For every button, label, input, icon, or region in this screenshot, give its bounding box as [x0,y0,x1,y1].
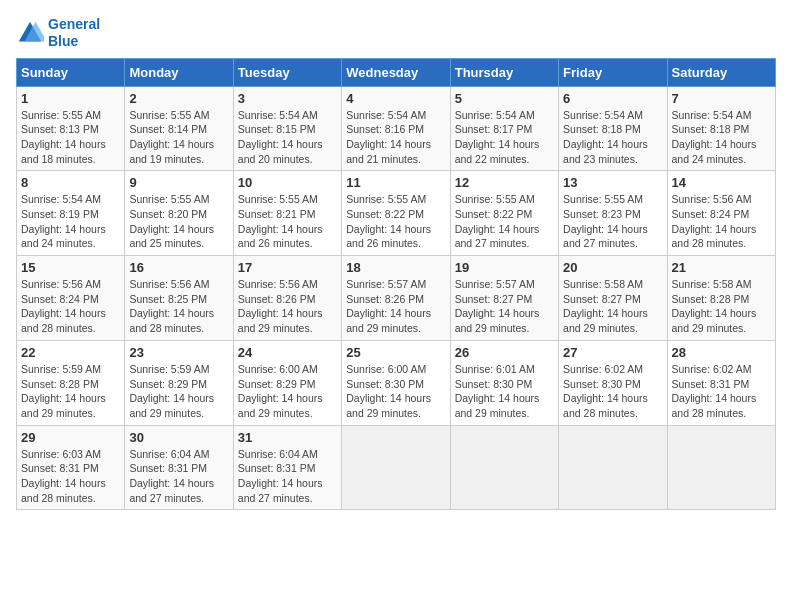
calendar-cell: 9 Sunrise: 5:55 AMSunset: 8:20 PMDayligh… [125,171,233,256]
day-number: 19 [455,260,554,275]
day-info: Sunrise: 6:00 AMSunset: 8:29 PMDaylight:… [238,362,337,421]
day-number: 9 [129,175,228,190]
day-info: Sunrise: 5:56 AMSunset: 8:25 PMDaylight:… [129,277,228,336]
day-number: 11 [346,175,445,190]
day-number: 12 [455,175,554,190]
day-number: 10 [238,175,337,190]
calendar-cell: 6 Sunrise: 5:54 AMSunset: 8:18 PMDayligh… [559,86,667,171]
day-info: Sunrise: 5:56 AMSunset: 8:26 PMDaylight:… [238,277,337,336]
day-number: 31 [238,430,337,445]
day-number: 23 [129,345,228,360]
calendar-cell: 4 Sunrise: 5:54 AMSunset: 8:16 PMDayligh… [342,86,450,171]
calendar-cell: 12 Sunrise: 5:55 AMSunset: 8:22 PMDaylig… [450,171,558,256]
calendar-cell: 24 Sunrise: 6:00 AMSunset: 8:29 PMDaylig… [233,340,341,425]
day-info: Sunrise: 5:58 AMSunset: 8:27 PMDaylight:… [563,277,662,336]
calendar-cell: 28 Sunrise: 6:02 AMSunset: 8:31 PMDaylig… [667,340,775,425]
day-number: 3 [238,91,337,106]
day-info: Sunrise: 5:56 AMSunset: 8:24 PMDaylight:… [672,192,771,251]
day-number: 21 [672,260,771,275]
day-header-sunday: Sunday [17,58,125,86]
calendar-cell: 15 Sunrise: 5:56 AMSunset: 8:24 PMDaylig… [17,256,125,341]
calendar-cell: 23 Sunrise: 5:59 AMSunset: 8:29 PMDaylig… [125,340,233,425]
day-number: 16 [129,260,228,275]
day-info: Sunrise: 6:04 AMSunset: 8:31 PMDaylight:… [238,447,337,506]
day-info: Sunrise: 5:59 AMSunset: 8:28 PMDaylight:… [21,362,120,421]
day-info: Sunrise: 5:55 AMSunset: 8:22 PMDaylight:… [346,192,445,251]
calendar-cell: 20 Sunrise: 5:58 AMSunset: 8:27 PMDaylig… [559,256,667,341]
calendar-week-5: 29 Sunrise: 6:03 AMSunset: 8:31 PMDaylig… [17,425,776,510]
calendar-cell: 30 Sunrise: 6:04 AMSunset: 8:31 PMDaylig… [125,425,233,510]
calendar-cell: 13 Sunrise: 5:55 AMSunset: 8:23 PMDaylig… [559,171,667,256]
day-header-saturday: Saturday [667,58,775,86]
calendar-cell: 18 Sunrise: 5:57 AMSunset: 8:26 PMDaylig… [342,256,450,341]
day-header-friday: Friday [559,58,667,86]
day-number: 24 [238,345,337,360]
day-number: 4 [346,91,445,106]
day-number: 2 [129,91,228,106]
calendar-cell: 11 Sunrise: 5:55 AMSunset: 8:22 PMDaylig… [342,171,450,256]
calendar-cell: 19 Sunrise: 5:57 AMSunset: 8:27 PMDaylig… [450,256,558,341]
calendar-cell: 14 Sunrise: 5:56 AMSunset: 8:24 PMDaylig… [667,171,775,256]
calendar-cell [450,425,558,510]
day-number: 8 [21,175,120,190]
calendar-table: SundayMondayTuesdayWednesdayThursdayFrid… [16,58,776,511]
day-number: 22 [21,345,120,360]
day-header-thursday: Thursday [450,58,558,86]
calendar-cell [667,425,775,510]
calendar-cell: 16 Sunrise: 5:56 AMSunset: 8:25 PMDaylig… [125,256,233,341]
day-number: 7 [672,91,771,106]
day-number: 29 [21,430,120,445]
day-header-tuesday: Tuesday [233,58,341,86]
day-info: Sunrise: 5:55 AMSunset: 8:14 PMDaylight:… [129,108,228,167]
calendar-cell: 7 Sunrise: 5:54 AMSunset: 8:18 PMDayligh… [667,86,775,171]
calendar-week-4: 22 Sunrise: 5:59 AMSunset: 8:28 PMDaylig… [17,340,776,425]
day-info: Sunrise: 5:54 AMSunset: 8:16 PMDaylight:… [346,108,445,167]
day-number: 27 [563,345,662,360]
day-number: 17 [238,260,337,275]
day-info: Sunrise: 5:55 AMSunset: 8:20 PMDaylight:… [129,192,228,251]
day-info: Sunrise: 6:00 AMSunset: 8:30 PMDaylight:… [346,362,445,421]
day-info: Sunrise: 5:56 AMSunset: 8:24 PMDaylight:… [21,277,120,336]
day-header-wednesday: Wednesday [342,58,450,86]
day-info: Sunrise: 6:02 AMSunset: 8:31 PMDaylight:… [672,362,771,421]
calendar-cell: 2 Sunrise: 5:55 AMSunset: 8:14 PMDayligh… [125,86,233,171]
calendar-cell: 8 Sunrise: 5:54 AMSunset: 8:19 PMDayligh… [17,171,125,256]
day-number: 15 [21,260,120,275]
calendar-cell: 22 Sunrise: 5:59 AMSunset: 8:28 PMDaylig… [17,340,125,425]
calendar-cell: 27 Sunrise: 6:02 AMSunset: 8:30 PMDaylig… [559,340,667,425]
calendar-cell: 21 Sunrise: 5:58 AMSunset: 8:28 PMDaylig… [667,256,775,341]
calendar-cell [342,425,450,510]
calendar-cell: 1 Sunrise: 5:55 AMSunset: 8:13 PMDayligh… [17,86,125,171]
day-info: Sunrise: 6:01 AMSunset: 8:30 PMDaylight:… [455,362,554,421]
calendar-cell [559,425,667,510]
day-number: 14 [672,175,771,190]
day-info: Sunrise: 5:57 AMSunset: 8:26 PMDaylight:… [346,277,445,336]
logo-text: General Blue [48,16,100,50]
calendar-week-2: 8 Sunrise: 5:54 AMSunset: 8:19 PMDayligh… [17,171,776,256]
calendar-cell: 5 Sunrise: 5:54 AMSunset: 8:17 PMDayligh… [450,86,558,171]
calendar-cell: 31 Sunrise: 6:04 AMSunset: 8:31 PMDaylig… [233,425,341,510]
calendar-cell: 10 Sunrise: 5:55 AMSunset: 8:21 PMDaylig… [233,171,341,256]
day-info: Sunrise: 5:55 AMSunset: 8:23 PMDaylight:… [563,192,662,251]
day-info: Sunrise: 6:02 AMSunset: 8:30 PMDaylight:… [563,362,662,421]
day-info: Sunrise: 5:55 AMSunset: 8:13 PMDaylight:… [21,108,120,167]
calendar-cell: 29 Sunrise: 6:03 AMSunset: 8:31 PMDaylig… [17,425,125,510]
day-header-monday: Monday [125,58,233,86]
calendar-cell: 26 Sunrise: 6:01 AMSunset: 8:30 PMDaylig… [450,340,558,425]
day-info: Sunrise: 5:55 AMSunset: 8:21 PMDaylight:… [238,192,337,251]
day-info: Sunrise: 6:03 AMSunset: 8:31 PMDaylight:… [21,447,120,506]
calendar-week-3: 15 Sunrise: 5:56 AMSunset: 8:24 PMDaylig… [17,256,776,341]
day-info: Sunrise: 5:59 AMSunset: 8:29 PMDaylight:… [129,362,228,421]
day-info: Sunrise: 5:54 AMSunset: 8:18 PMDaylight:… [563,108,662,167]
day-number: 13 [563,175,662,190]
day-info: Sunrise: 5:58 AMSunset: 8:28 PMDaylight:… [672,277,771,336]
logo: General Blue [16,16,100,50]
calendar-cell: 17 Sunrise: 5:56 AMSunset: 8:26 PMDaylig… [233,256,341,341]
day-number: 28 [672,345,771,360]
day-number: 6 [563,91,662,106]
day-info: Sunrise: 5:54 AMSunset: 8:18 PMDaylight:… [672,108,771,167]
day-info: Sunrise: 5:57 AMSunset: 8:27 PMDaylight:… [455,277,554,336]
day-number: 30 [129,430,228,445]
day-number: 20 [563,260,662,275]
day-info: Sunrise: 6:04 AMSunset: 8:31 PMDaylight:… [129,447,228,506]
